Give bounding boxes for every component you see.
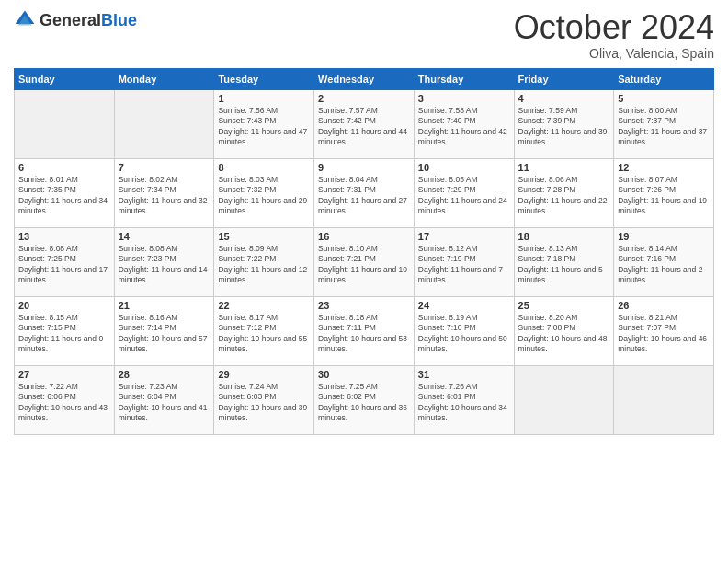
calendar-week-row: 6Sunrise: 8:01 AM Sunset: 7:35 PM Daylig… [15, 158, 714, 227]
day-info: Sunrise: 8:12 AM Sunset: 7:19 PM Dayligh… [418, 244, 510, 286]
day-info: Sunrise: 8:08 AM Sunset: 7:25 PM Dayligh… [18, 244, 110, 286]
logo-icon [14, 9, 36, 31]
day-number: 10 [418, 162, 510, 173]
day-info: Sunrise: 8:16 AM Sunset: 7:14 PM Dayligh… [119, 313, 210, 355]
day-number: 9 [318, 162, 410, 173]
day-info: Sunrise: 8:06 AM Sunset: 7:28 PM Dayligh… [518, 175, 610, 217]
day-number: 25 [518, 300, 610, 311]
calendar-cell: 23Sunrise: 8:18 AM Sunset: 7:11 PM Dayli… [314, 296, 415, 365]
day-info: Sunrise: 8:03 AM Sunset: 7:32 PM Dayligh… [218, 175, 310, 217]
calendar-cell: 27Sunrise: 7:22 AM Sunset: 6:06 PM Dayli… [15, 365, 115, 434]
calendar-cell: 22Sunrise: 8:17 AM Sunset: 7:12 PM Dayli… [214, 296, 314, 365]
calendar-cell: 3Sunrise: 7:58 AM Sunset: 7:40 PM Daylig… [414, 89, 514, 158]
day-info: Sunrise: 8:19 AM Sunset: 7:10 PM Dayligh… [418, 313, 510, 355]
day-info: Sunrise: 7:22 AM Sunset: 6:06 PM Dayligh… [18, 382, 110, 424]
day-info: Sunrise: 8:04 AM Sunset: 7:31 PM Dayligh… [318, 175, 410, 217]
day-number: 24 [418, 300, 510, 311]
day-number: 3 [418, 93, 510, 104]
day-number: 27 [18, 369, 110, 380]
calendar-cell: 7Sunrise: 8:02 AM Sunset: 7:34 PM Daylig… [114, 158, 214, 227]
day-number: 21 [119, 300, 210, 311]
calendar-week-row: 13Sunrise: 8:08 AM Sunset: 7:25 PM Dayli… [15, 227, 714, 296]
day-info: Sunrise: 8:00 AM Sunset: 7:37 PM Dayligh… [618, 106, 710, 148]
weekday-header: Tuesday [214, 68, 314, 89]
day-info: Sunrise: 8:08 AM Sunset: 7:23 PM Dayligh… [119, 244, 210, 286]
calendar-cell: 9Sunrise: 8:04 AM Sunset: 7:31 PM Daylig… [314, 158, 415, 227]
calendar-cell: 19Sunrise: 8:14 AM Sunset: 7:16 PM Dayli… [614, 227, 714, 296]
day-number: 22 [218, 300, 310, 311]
header: GeneralBlue October 2024 Oliva, Valencia… [14, 9, 714, 61]
day-info: Sunrise: 7:23 AM Sunset: 6:04 PM Dayligh… [119, 382, 210, 424]
month-title: October 2024 [514, 9, 714, 46]
weekday-header: Thursday [414, 68, 514, 89]
day-info: Sunrise: 7:56 AM Sunset: 7:43 PM Dayligh… [218, 106, 310, 148]
day-number: 18 [518, 231, 610, 242]
day-info: Sunrise: 8:21 AM Sunset: 7:07 PM Dayligh… [618, 313, 710, 355]
weekday-header: Sunday [15, 68, 115, 89]
calendar-page: GeneralBlue October 2024 Oliva, Valencia… [0, 0, 728, 563]
calendar-cell: 18Sunrise: 8:13 AM Sunset: 7:18 PM Dayli… [514, 227, 614, 296]
day-info: Sunrise: 8:20 AM Sunset: 7:08 PM Dayligh… [518, 313, 610, 355]
day-number: 11 [518, 162, 610, 173]
day-info: Sunrise: 8:10 AM Sunset: 7:21 PM Dayligh… [318, 244, 410, 286]
day-number: 4 [518, 93, 610, 104]
calendar-cell: 8Sunrise: 8:03 AM Sunset: 7:32 PM Daylig… [214, 158, 314, 227]
day-number: 29 [218, 369, 310, 380]
calendar-cell: 6Sunrise: 8:01 AM Sunset: 7:35 PM Daylig… [15, 158, 115, 227]
day-number: 23 [318, 300, 410, 311]
calendar-cell: 25Sunrise: 8:20 AM Sunset: 7:08 PM Dayli… [514, 296, 614, 365]
calendar-cell: 10Sunrise: 8:05 AM Sunset: 7:29 PM Dayli… [414, 158, 514, 227]
weekday-header: Friday [514, 68, 614, 89]
day-number: 20 [18, 300, 110, 311]
day-number: 13 [18, 231, 110, 242]
weekday-row: SundayMondayTuesdayWednesdayThursdayFrid… [15, 68, 714, 89]
calendar-cell: 24Sunrise: 8:19 AM Sunset: 7:10 PM Dayli… [414, 296, 514, 365]
day-number: 28 [119, 369, 210, 380]
calendar-week-row: 20Sunrise: 8:15 AM Sunset: 7:15 PM Dayli… [15, 296, 714, 365]
calendar-cell: 28Sunrise: 7:23 AM Sunset: 6:04 PM Dayli… [114, 365, 214, 434]
title-block: October 2024 Oliva, Valencia, Spain [514, 9, 714, 61]
day-info: Sunrise: 7:59 AM Sunset: 7:39 PM Dayligh… [518, 106, 610, 148]
day-info: Sunrise: 7:25 AM Sunset: 6:02 PM Dayligh… [318, 382, 410, 424]
calendar-cell [114, 89, 214, 158]
calendar-cell: 12Sunrise: 8:07 AM Sunset: 7:26 PM Dayli… [614, 158, 714, 227]
calendar-cell: 1Sunrise: 7:56 AM Sunset: 7:43 PM Daylig… [214, 89, 314, 158]
day-info: Sunrise: 8:17 AM Sunset: 7:12 PM Dayligh… [218, 313, 310, 355]
day-number: 17 [418, 231, 510, 242]
day-info: Sunrise: 8:02 AM Sunset: 7:34 PM Dayligh… [119, 175, 210, 217]
calendar-cell: 11Sunrise: 8:06 AM Sunset: 7:28 PM Dayli… [514, 158, 614, 227]
calendar-week-row: 1Sunrise: 7:56 AM Sunset: 7:43 PM Daylig… [15, 89, 714, 158]
logo: GeneralBlue [14, 9, 137, 31]
weekday-header: Saturday [614, 68, 714, 89]
calendar-cell: 31Sunrise: 7:26 AM Sunset: 6:01 PM Dayli… [414, 365, 514, 434]
day-number: 2 [318, 93, 410, 104]
day-info: Sunrise: 8:18 AM Sunset: 7:11 PM Dayligh… [318, 313, 410, 355]
day-number: 19 [618, 231, 710, 242]
day-number: 16 [318, 231, 410, 242]
calendar-cell: 16Sunrise: 8:10 AM Sunset: 7:21 PM Dayli… [314, 227, 415, 296]
logo-general: General [40, 11, 101, 29]
location-title: Oliva, Valencia, Spain [514, 46, 714, 61]
calendar-cell: 14Sunrise: 8:08 AM Sunset: 7:23 PM Dayli… [114, 227, 214, 296]
day-info: Sunrise: 8:07 AM Sunset: 7:26 PM Dayligh… [618, 175, 710, 217]
calendar-cell: 15Sunrise: 8:09 AM Sunset: 7:22 PM Dayli… [214, 227, 314, 296]
day-info: Sunrise: 8:15 AM Sunset: 7:15 PM Dayligh… [18, 313, 110, 355]
day-number: 12 [618, 162, 710, 173]
day-info: Sunrise: 8:05 AM Sunset: 7:29 PM Dayligh… [418, 175, 510, 217]
day-number: 26 [618, 300, 710, 311]
day-number: 31 [418, 369, 510, 380]
weekday-header: Wednesday [314, 68, 415, 89]
day-number: 30 [318, 369, 410, 380]
calendar-cell: 2Sunrise: 7:57 AM Sunset: 7:42 PM Daylig… [314, 89, 415, 158]
calendar-week-row: 27Sunrise: 7:22 AM Sunset: 6:06 PM Dayli… [15, 365, 714, 434]
calendar-cell: 26Sunrise: 8:21 AM Sunset: 7:07 PM Dayli… [614, 296, 714, 365]
day-info: Sunrise: 7:57 AM Sunset: 7:42 PM Dayligh… [318, 106, 410, 148]
day-number: 14 [119, 231, 210, 242]
calendar-body: 1Sunrise: 7:56 AM Sunset: 7:43 PM Daylig… [15, 89, 714, 434]
day-number: 5 [618, 93, 710, 104]
calendar-header: SundayMondayTuesdayWednesdayThursdayFrid… [15, 68, 714, 89]
weekday-header: Monday [114, 68, 214, 89]
calendar-table: SundayMondayTuesdayWednesdayThursdayFrid… [14, 68, 714, 435]
calendar-cell: 21Sunrise: 8:16 AM Sunset: 7:14 PM Dayli… [114, 296, 214, 365]
calendar-cell: 30Sunrise: 7:25 AM Sunset: 6:02 PM Dayli… [314, 365, 415, 434]
